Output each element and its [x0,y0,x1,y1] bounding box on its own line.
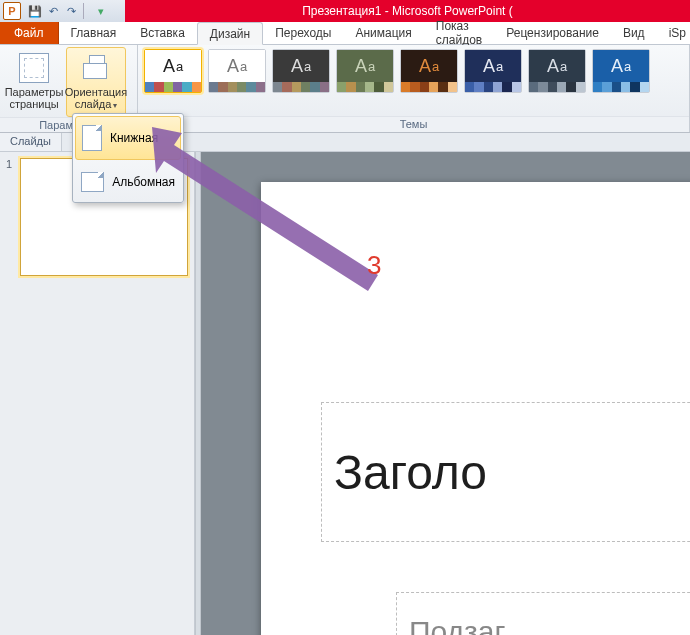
theme-preview: Aa [465,50,521,82]
page-setup-label: Параметры страницы [5,86,64,110]
orientation-landscape[interactable]: Альбомная [73,162,183,202]
qat-dropdown-icon[interactable]: ▾ [93,3,109,19]
qat-redo-icon[interactable]: ↷ [63,3,79,19]
tab-ispring[interactable]: iSp [657,22,690,44]
theme-thumbnail[interactable]: Aa [400,49,458,93]
theme-color-row [465,82,521,92]
tab-slideshow[interactable]: Показ слайдов [424,22,494,44]
theme-color-row [401,82,457,92]
panel-slides-tab[interactable]: Слайды [0,133,62,151]
theme-thumbnail[interactable]: Aa [272,49,330,93]
page-setup-icon [18,52,50,84]
orientation-landscape-label: Альбомная [112,175,175,189]
app-icon: P [3,2,21,20]
title-text-area: Презентация1 - Microsoft PowerPoint ( [125,0,690,22]
slide-orientation-button[interactable]: Ориентация слайда [66,47,126,117]
slide-thumbnails-panel: 1 [0,152,195,635]
theme-color-row [273,82,329,92]
theme-color-row [593,82,649,92]
tab-transitions[interactable]: Переходы [263,22,343,44]
theme-color-row [209,82,265,92]
qat-separator [83,3,89,19]
page-setup-button[interactable]: Параметры страницы [4,47,64,115]
qat-undo-icon[interactable]: ↶ [45,3,61,19]
landscape-icon [81,172,104,192]
theme-preview: Aa [401,50,457,82]
theme-thumbnail[interactable]: Aa [464,49,522,93]
title-bar: P 💾 ↶ ↷ ▾ Презентация1 - Microsoft Power… [0,0,690,22]
window-title: Презентация1 - Microsoft PowerPoint ( [302,4,513,18]
qat-save-icon[interactable]: 💾 [27,3,43,19]
orientation-menu: Книжная Альбомная [72,113,184,203]
theme-thumbnail[interactable]: Aa [528,49,586,93]
theme-thumbnail[interactable]: Aa [336,49,394,93]
tab-insert[interactable]: Вставка [128,22,197,44]
orientation-portrait-label: Книжная [110,131,158,145]
tab-design[interactable]: Дизайн [197,22,263,45]
group-themes-label: Темы [138,116,689,132]
theme-preview: Aa [273,50,329,82]
theme-preview: Aa [593,50,649,82]
theme-color-row [529,82,585,92]
tab-animation[interactable]: Анимация [343,22,423,44]
theme-preview: Aa [529,50,585,82]
portrait-icon [82,125,102,151]
theme-preview: Aa [209,50,265,82]
slide-orientation-label: Ориентация слайда [65,86,127,112]
tab-view[interactable]: Вид [611,22,657,44]
ribbon-tabs: Файл Главная Вставка Дизайн Переходы Ани… [0,22,690,45]
tab-review[interactable]: Рецензирование [494,22,611,44]
title-placeholder[interactable]: Заголо [321,402,690,542]
orientation-portrait[interactable]: Книжная [75,116,181,160]
quick-access-toolbar: 💾 ↶ ↷ ▾ [27,3,109,19]
theme-color-row [337,82,393,92]
subtitle-placeholder[interactable]: Подзаг [396,592,690,635]
tab-home[interactable]: Главная [59,22,129,44]
theme-thumbnail[interactable]: Aa [144,49,202,93]
theme-thumbnail[interactable]: Aa [208,49,266,93]
slide[interactable]: Заголо Подзаг [261,182,690,635]
theme-color-row [145,82,201,92]
theme-thumbnail[interactable]: Aa [592,49,650,93]
annotation-number: 3 [367,250,381,281]
theme-preview: Aa [337,50,393,82]
tab-file[interactable]: Файл [0,22,59,44]
workspace: 1 Заголо Подзаг [0,152,690,635]
theme-preview: Aa [145,50,201,82]
group-themes: AaAaAaAaAaAaAaAa Темы [138,45,690,132]
slide-orientation-icon [80,52,112,84]
thumbnail-number: 1 [6,158,16,276]
slide-canvas-area: Заголо Подзаг [201,152,690,635]
